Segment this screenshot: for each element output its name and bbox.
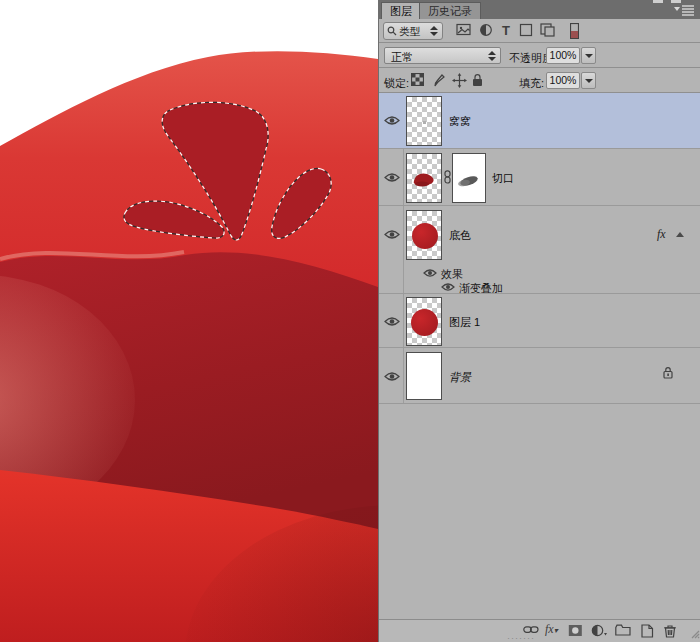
- photoshop-workspace: 图层 历史记录 类型: [0, 0, 700, 642]
- panel-menu-icon[interactable]: [673, 4, 695, 16]
- blend-mode-row: 正常 不透明度: 100%: [379, 43, 700, 68]
- layers-panel-bottom-bar: ······· fx▾: [379, 619, 700, 642]
- filter-pixel-layers-button[interactable]: [456, 23, 474, 39]
- gradient-overlay-subrow[interactable]: 渐变叠加: [379, 280, 700, 294]
- tab-layers[interactable]: 图层: [381, 2, 421, 19]
- filter-type-layers-button[interactable]: T: [500, 23, 518, 39]
- layer-thumbnail[interactable]: [406, 297, 442, 346]
- layer-filter-row: 类型 T: [379, 19, 700, 43]
- layer-row-background[interactable]: 背景: [379, 349, 700, 404]
- visibility-toggle[interactable]: [423, 268, 437, 278]
- filter-adjustment-layers-button[interactable]: [479, 23, 497, 39]
- layer-thumbnail[interactable]: [406, 153, 442, 203]
- select-spinner-icon: [488, 51, 496, 61]
- layer-thumbnail[interactable]: [406, 352, 442, 400]
- lock-transparent-pixels-button[interactable]: [411, 73, 427, 88]
- opacity-input[interactable]: 100%: [546, 47, 580, 64]
- caret-down-icon: [585, 79, 593, 83]
- layer-filter-toggle[interactable]: [570, 23, 580, 39]
- visibility-toggle[interactable]: [384, 229, 400, 240]
- blend-mode-select[interactable]: 正常: [384, 47, 501, 64]
- add-layer-mask-button[interactable]: [568, 624, 585, 639]
- delete-layer-button[interactable]: [663, 624, 680, 639]
- thumbnail-mark: [423, 121, 426, 124]
- layer-filter-type-select[interactable]: 类型: [383, 22, 443, 40]
- layer-name[interactable]: 底色: [449, 228, 471, 243]
- layer-row-layer1[interactable]: 图层 1: [379, 295, 700, 348]
- search-icon: [387, 26, 397, 38]
- tab-history-label: 历史记录: [428, 5, 472, 17]
- document-canvas[interactable]: [0, 0, 378, 642]
- link-layers-button[interactable]: [523, 624, 540, 639]
- chain-link-icon[interactable]: [443, 170, 452, 186]
- blend-mode-value: 正常: [391, 50, 413, 65]
- opacity-dropdown-button[interactable]: [581, 47, 596, 64]
- new-group-button[interactable]: [615, 624, 632, 639]
- filter-smart-objects-button[interactable]: [540, 23, 558, 39]
- panel-tab-bar: 图层 历史记录: [379, 0, 700, 19]
- lock-icon: [662, 366, 674, 381]
- panel-resize-grip[interactable]: [689, 628, 700, 641]
- visibility-toggle[interactable]: [384, 316, 400, 327]
- layer-name[interactable]: 窝窝: [449, 114, 471, 129]
- fill-input[interactable]: 100%: [546, 72, 580, 89]
- layer-row-base[interactable]: 底色 fx 效果 渐变叠加: [379, 207, 700, 294]
- filter-type-label: 类型: [399, 25, 420, 39]
- new-adjustment-layer-button[interactable]: [591, 624, 608, 639]
- lock-position-button[interactable]: [452, 73, 468, 88]
- window-chrome-mark: [671, 0, 681, 3]
- layer-mask-thumbnail[interactable]: [452, 153, 486, 203]
- tab-layers-label: 图层: [390, 5, 412, 17]
- lock-row: 锁定: 填充: 100%: [379, 68, 700, 93]
- tomato-artwork: [0, 0, 378, 642]
- window-chrome-mark: [653, 0, 663, 3]
- new-layer-button[interactable]: [640, 624, 657, 639]
- layers-panel: 图层 历史记录 类型: [378, 0, 700, 642]
- red-circle-thumbnail: [412, 223, 438, 249]
- layer-name[interactable]: 背景: [449, 370, 471, 385]
- fill-label: 填充:: [519, 76, 544, 91]
- layer-row-dimple[interactable]: 窝窝: [379, 93, 700, 149]
- svg-text:T: T: [502, 23, 510, 37]
- layer-thumbnail[interactable]: [406, 96, 442, 146]
- fx-badge[interactable]: fx: [657, 227, 666, 242]
- caret-down-icon: [585, 54, 593, 58]
- lock-image-pixels-button[interactable]: [432, 73, 448, 88]
- layers-list: 窝窝 切口: [379, 93, 700, 619]
- visibility-toggle[interactable]: [384, 371, 400, 382]
- tab-history[interactable]: 历史记录: [419, 2, 481, 19]
- lock-label: 锁定:: [384, 76, 409, 91]
- select-spinner-icon: [430, 26, 438, 36]
- layer-row-cut[interactable]: 切口: [379, 150, 700, 206]
- effects-subrow[interactable]: 效果: [379, 266, 700, 280]
- visibility-toggle[interactable]: [441, 282, 455, 292]
- collapse-effects-icon[interactable]: [676, 232, 684, 237]
- layer-thumbnail[interactable]: [406, 210, 442, 260]
- filter-shape-layers-button[interactable]: [519, 23, 537, 39]
- visibility-toggle[interactable]: [384, 172, 400, 183]
- add-layer-style-button[interactable]: fx▾: [545, 622, 562, 637]
- gradient-overlay-label: 渐变叠加: [459, 281, 503, 296]
- red-circle-thumbnail: [411, 309, 438, 336]
- layer-name[interactable]: 图层 1: [449, 315, 480, 330]
- visibility-toggle[interactable]: [384, 115, 400, 126]
- fx-label: fx: [545, 622, 554, 636]
- fill-dropdown-button[interactable]: [581, 72, 596, 89]
- layer-name[interactable]: 切口: [492, 171, 514, 186]
- lock-all-button[interactable]: [471, 73, 487, 88]
